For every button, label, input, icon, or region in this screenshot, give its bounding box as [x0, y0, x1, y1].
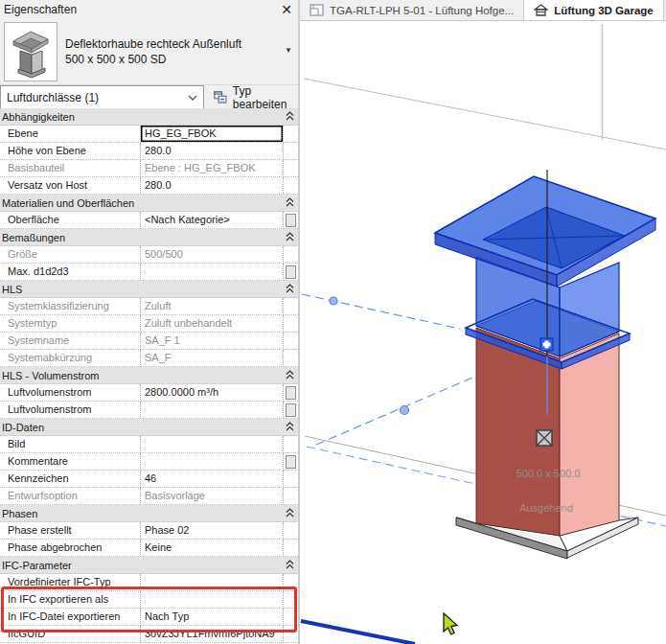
collapse-chevron-icon[interactable] — [286, 560, 294, 571]
property-label: Phase erstellt — [0, 522, 141, 540]
property-row: EntwurfsoptionBasisvorlage — [0, 488, 298, 505]
property-value[interactable]: <Nach Kategorie> — [141, 212, 284, 229]
property-value[interactable]: 3ovZ3JYL1FmvmI6PjtoNA9 — [141, 626, 284, 643]
group-header[interactable]: HLS - Volumenstrom — [0, 367, 298, 384]
group-header[interactable]: ID-Daten — [0, 419, 298, 436]
ellipsis-button[interactable] — [286, 214, 296, 227]
property-label: Systemabkürzung — [0, 350, 141, 367]
hood-thumbnail-icon — [6, 24, 56, 80]
reference-grip[interactable] — [330, 297, 337, 305]
collapse-chevron-icon[interactable] — [286, 197, 294, 209]
ellipsis-button[interactable] — [286, 265, 296, 279]
group-header[interactable]: Materialien und Oberflächen — [0, 195, 298, 212]
reference-plane[interactable] — [316, 375, 479, 445]
property-value[interactable] — [141, 402, 284, 419]
property-row: Versatz von Host280.0 — [0, 177, 298, 195]
3d-viewport[interactable]: 500.0 x 500.0 Ausgehend — [300, 21, 666, 644]
property-value: SA_F 1 — [141, 333, 284, 350]
property-row: IfcGUID3ovZ3JYL1FmvmI6PjtoNA9 — [0, 626, 298, 643]
button-column — [284, 212, 298, 229]
property-label: Kennzeichen — [0, 471, 141, 488]
property-label: Bild — [0, 436, 141, 453]
property-value[interactable] — [141, 591, 284, 609]
group-header-label: HLS - Volumenstrom — [2, 370, 99, 381]
property-value[interactable]: Nach Typ — [141, 609, 284, 626]
edit-type-icon — [214, 90, 227, 104]
collapse-chevron-icon[interactable] — [286, 370, 294, 381]
ellipsis-button[interactable] — [286, 403, 296, 417]
grid-line — [304, 79, 666, 150]
property-value[interactable]: 280.0 — [141, 177, 284, 195]
reference-grip[interactable] — [401, 406, 409, 415]
collapse-chevron-icon[interactable] — [286, 508, 294, 519]
property-row: SystemklassifizierungZuluft — [0, 298, 298, 315]
view-tab-active[interactable]: Lüftung 3D Garage — [524, 0, 664, 20]
group-header[interactable]: Abhängigkeiten — [0, 108, 298, 126]
ellipsis-button[interactable] — [286, 386, 296, 400]
button-column — [284, 522, 298, 540]
duct-connector-icon[interactable] — [537, 430, 552, 446]
collapse-chevron-icon[interactable] — [286, 111, 294, 123]
property-value: 500/500 — [141, 246, 284, 264]
button-column — [284, 384, 298, 402]
property-label: In IFC exportieren als — [0, 591, 141, 609]
property-value[interactable] — [141, 453, 284, 471]
house-3d-icon — [534, 4, 548, 17]
property-label: Systemklassifizierung — [0, 298, 141, 315]
property-row: Luftvolumenstrom2800.0000 m³/h — [0, 384, 298, 402]
property-label: Basisbauteil — [0, 160, 141, 177]
property-row: Max. d1d2d3 — [0, 264, 298, 281]
button-column — [284, 160, 298, 177]
property-row: Bild — [0, 436, 298, 453]
collapse-chevron-icon[interactable] — [286, 422, 294, 433]
property-value[interactable]: 280.0 — [141, 143, 284, 160]
move-grip-icon[interactable] — [540, 338, 553, 351]
group-header[interactable]: Bemaßungen — [0, 229, 298, 246]
property-value[interactable] — [141, 436, 284, 453]
collapse-chevron-icon[interactable] — [286, 284, 294, 295]
property-value[interactable]: 46 — [141, 471, 284, 488]
type-selector[interactable]: Deflektorhaube rechteck Außenluft 500 x … — [0, 19, 298, 85]
palette-title-bar[interactable]: Eigenschaften ✕ — [0, 0, 298, 19]
property-label: Phase abgebrochen — [0, 540, 141, 557]
close-icon[interactable]: ✕ — [279, 3, 294, 16]
type-dropdown-arrow-icon[interactable]: ▼ — [285, 46, 292, 55]
property-value[interactable] — [141, 574, 284, 591]
view-area: TGA-RLT-LPH 5-01 - Lüftung Hofge...Lüftu… — [300, 0, 666, 644]
property-label: Größe — [0, 246, 141, 264]
property-value[interactable] — [141, 264, 284, 281]
property-row: In IFC-Datei exportierenNach Typ — [0, 609, 298, 626]
property-value[interactable]: HG_EG_FBOK — [141, 126, 284, 143]
property-label: Vordefinierter IFC-Typ — [0, 574, 141, 591]
property-value[interactable]: 2800.0000 m³/h — [141, 384, 284, 402]
property-value[interactable]: Phase 02 — [141, 522, 284, 540]
edit-type-button[interactable]: Typ bearbeiten — [204, 85, 298, 109]
button-column — [284, 488, 298, 505]
group-header[interactable]: IFC-Parameter — [0, 557, 298, 574]
group-header[interactable]: Phasen — [0, 505, 298, 522]
property-row: In IFC exportieren als — [0, 591, 298, 609]
group-header[interactable]: HLS — [0, 281, 298, 298]
property-row: Oberfläche<Nach Kategorie> — [0, 212, 298, 229]
property-value[interactable]: Keine — [141, 540, 284, 557]
property-row: Größe500/500 — [0, 246, 298, 264]
view-tab[interactable]: TGA-RLT-LPH 5-01 - Lüftung Hofge... — [300, 0, 524, 20]
collapse-chevron-icon[interactable] — [286, 232, 294, 243]
type-name: Deflektorhaube rechteck Außenluft 500 x … — [65, 36, 276, 67]
button-column — [284, 609, 298, 626]
section-line[interactable] — [301, 621, 415, 644]
family-name: Deflektorhaube rechteck Außenluft — [65, 36, 276, 52]
button-column — [284, 471, 298, 488]
property-label: Höhe von Ebene — [0, 143, 141, 160]
property-label: IfcGUID — [0, 626, 141, 643]
property-label: Oberfläche — [0, 212, 141, 229]
property-label: Systemtyp — [0, 315, 141, 333]
ellipsis-button[interactable] — [286, 455, 296, 469]
category-filter-combo[interactable]: Luftdurchlässe (1) — [0, 85, 204, 109]
reference-plane[interactable] — [302, 294, 460, 329]
button-column — [284, 350, 298, 367]
group-header-label: ID-Daten — [2, 422, 44, 433]
property-value: Zuluft unbehandelt — [141, 315, 284, 333]
button-column — [284, 143, 298, 160]
view-tab-label: TGA-RLT-LPH 5-01 - Lüftung Hofge... — [330, 5, 514, 16]
